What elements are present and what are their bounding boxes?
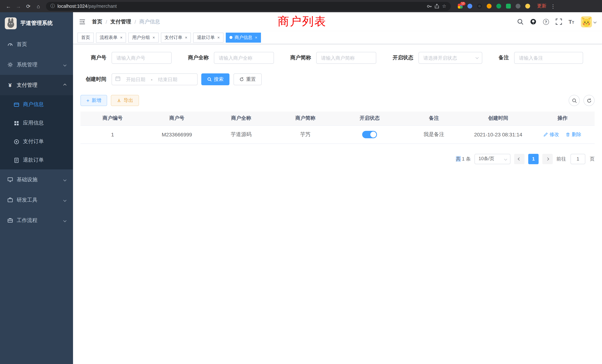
cell-short-name: 芋艿 (273, 125, 337, 143)
merchant-no-input[interactable] (112, 52, 172, 64)
breadcrumb-separator: / (106, 19, 107, 25)
toggle-search-button[interactable] (569, 95, 580, 106)
back-icon[interactable]: ← (4, 1, 13, 11)
status-select[interactable] (419, 52, 482, 64)
sidebar-item-devtools[interactable]: 研发工具 (0, 190, 73, 210)
tab-merchant-info[interactable]: 商户信息× (226, 32, 261, 43)
short-name-input[interactable] (316, 52, 376, 64)
home-icon[interactable]: ⌂ (34, 1, 43, 11)
tab-home[interactable]: 首页 (77, 32, 94, 43)
tab-refund-orders[interactable]: 退款订单× (193, 32, 224, 43)
breadcrumb-home[interactable]: 首页 (92, 18, 102, 25)
workflow-icon (7, 217, 13, 223)
sidebar-item-system[interactable]: 系统管理 (0, 54, 73, 75)
sidebar-item-merchant-info[interactable]: 商户信息 (0, 95, 73, 114)
fullscreen-icon[interactable] (556, 19, 562, 25)
extension-icon[interactable] (505, 3, 511, 9)
goto-page-input[interactable] (570, 154, 585, 164)
tab-pay-orders[interactable]: 支付订单× (161, 32, 191, 43)
add-button[interactable]: + 新增 (80, 95, 107, 106)
font-size-icon[interactable]: TT (569, 19, 574, 24)
remark-input[interactable] (514, 52, 583, 64)
browser-menu-icon[interactable]: ⋮ (550, 3, 556, 9)
extension-icon[interactable] (525, 3, 530, 9)
sidebar-item-app-info[interactable]: 应用信息 (0, 114, 73, 132)
next-page-button[interactable] (542, 154, 553, 164)
prev-page-button[interactable] (514, 154, 525, 164)
sidebar-item-refund-orders[interactable]: 退款订单 (0, 151, 73, 169)
field-label: 备注 (499, 54, 509, 61)
sidebar-item-home[interactable]: 首页 (0, 34, 73, 54)
reload-icon[interactable]: ⟳ (24, 1, 33, 11)
chevron-right-icon (546, 157, 549, 161)
avatar-image (581, 16, 592, 27)
chevron-down-icon (63, 63, 66, 66)
status-toggle[interactable] (362, 131, 377, 138)
page-size-select[interactable]: 10条/页 (474, 154, 510, 164)
tab-process-form[interactable]: 流程表单× (96, 32, 126, 43)
extension-icon[interactable] (467, 3, 473, 9)
user-avatar[interactable] (581, 16, 596, 27)
full-name-input[interactable] (214, 52, 274, 64)
logo-image (5, 17, 17, 29)
breadcrumb-separator: / (135, 19, 136, 25)
extension-icon[interactable] (476, 3, 482, 9)
extension-icon[interactable] (496, 3, 502, 9)
page-content: 商户号 商户全称 商户简称 开启状态 (73, 44, 602, 164)
sidebar-item-workflow[interactable]: 工作流程 (0, 210, 73, 231)
tab-close-icon[interactable]: × (217, 35, 220, 40)
key-icon[interactable] (427, 3, 432, 9)
end-date-input[interactable] (154, 76, 181, 82)
cell-full-name: 芋道源码 (209, 125, 273, 143)
refresh-button[interactable] (583, 95, 595, 106)
forward-icon[interactable]: → (14, 1, 23, 11)
tab-close-icon[interactable]: × (120, 35, 122, 40)
sidebar-item-payment[interactable]: ¥ 支付管理 (0, 75, 73, 95)
cell-id: 1 (80, 125, 145, 143)
tags-view-bar: 首页 流程表单× 用户分组× 支付订单× 退款订单× 商户信息× (73, 31, 602, 44)
edit-button-label: 修改 (549, 131, 559, 138)
tab-user-group[interactable]: 用户分组× (129, 32, 159, 43)
edit-button[interactable]: 修改 (544, 131, 559, 138)
site-info-icon[interactable]: ⓘ (50, 3, 55, 9)
sidebar-item-pay-orders[interactable]: 支付订单 (0, 132, 73, 151)
calendar-icon (115, 76, 120, 83)
export-button[interactable]: 导出 (111, 95, 139, 106)
tab-close-icon[interactable]: × (185, 35, 187, 40)
filter-full-name: 商户全称 (188, 52, 274, 64)
breadcrumb-payment[interactable]: 支付管理 (110, 18, 131, 25)
date-range-picker[interactable]: - (112, 73, 198, 85)
start-date-input[interactable] (122, 76, 149, 82)
cell-remark: 我是备注 (402, 125, 466, 143)
extension-badge: 10 (460, 2, 466, 5)
sidebar-item-label: 商户信息 (23, 101, 44, 108)
table-header-row: 商户编号 商户号 商户全称 商户简称 开启状态 备注 创建时间 操作 (80, 112, 595, 125)
chrome-update-button[interactable]: 更新 (537, 3, 546, 9)
extension-grid-icon[interactable]: 10 (457, 3, 463, 9)
search-button[interactable]: 搜索 (201, 73, 229, 85)
sidebar-item-label: 退款订单 (23, 157, 44, 163)
delete-button[interactable]: 删除 (566, 131, 581, 138)
sidebar-item-infrastructure[interactable]: 基础设施 (0, 169, 73, 190)
target-icon (13, 139, 19, 145)
github-icon[interactable] (530, 19, 536, 25)
share-icon[interactable] (435, 4, 440, 9)
tab-close-icon[interactable]: × (152, 35, 155, 40)
address-bar[interactable]: ⓘ localhost:1024/pay/merchant ☆ (46, 2, 451, 11)
extension-icon[interactable] (486, 3, 492, 9)
tab-close-icon[interactable]: × (255, 35, 258, 40)
column-header-actions: 操作 (530, 112, 595, 125)
search-icon[interactable] (517, 19, 523, 25)
reset-button[interactable]: 重置 (234, 73, 262, 85)
page-button-1[interactable]: 1 (528, 154, 539, 164)
plus-icon: + (86, 98, 89, 103)
extension-icon[interactable] (515, 3, 521, 9)
app-logo[interactable]: 芋道管理系统 (0, 12, 73, 34)
help-icon[interactable]: ? (543, 19, 549, 25)
menu-fold-icon[interactable] (79, 18, 86, 25)
filter-remark: 备注 (499, 52, 583, 64)
sidebar-submenu-payment: 商户信息 应用信息 支付订单 退款订单 (0, 95, 73, 169)
bookmark-star-icon[interactable]: ☆ (442, 3, 446, 9)
sidebar-item-label: 基础设施 (17, 176, 37, 183)
caret-down-icon (593, 20, 597, 23)
